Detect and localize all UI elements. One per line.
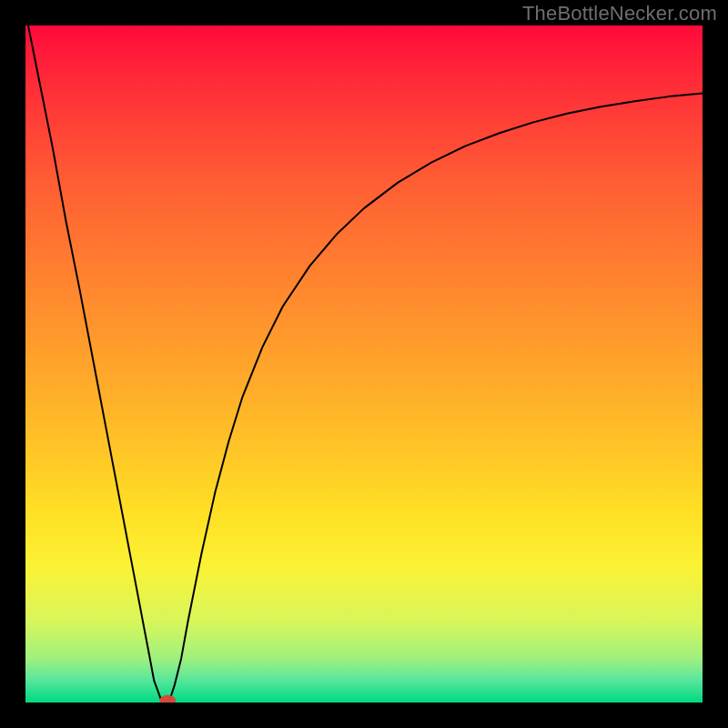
chart-svg xyxy=(25,25,703,703)
gradient-background xyxy=(25,25,703,703)
watermark-text: TheBottleNecker.com xyxy=(522,2,717,25)
plot-area xyxy=(25,25,703,703)
chart-frame: TheBottleNecker.com xyxy=(0,0,728,728)
